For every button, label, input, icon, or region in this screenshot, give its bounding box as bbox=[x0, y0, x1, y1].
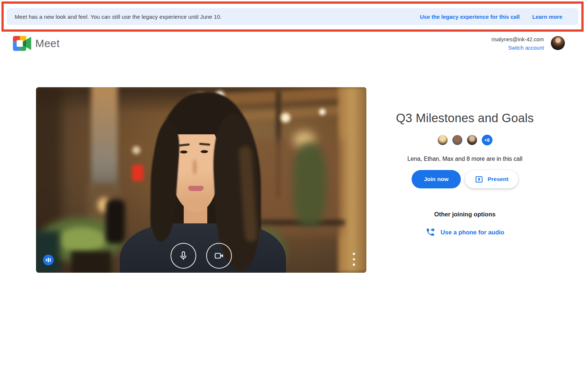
phone-audio-link[interactable]: Use a phone for audio bbox=[426, 227, 504, 237]
brand: Meet bbox=[12, 35, 60, 52]
meeting-panel: Q3 Milestones and Goals +8 Lena, Ethan, … bbox=[382, 111, 548, 237]
participant-avatar-max bbox=[467, 135, 477, 145]
person-sweater bbox=[120, 223, 286, 273]
participant-avatar-ethan bbox=[452, 135, 462, 145]
teal-corner bbox=[36, 231, 60, 273]
person-lips bbox=[188, 186, 204, 191]
phone-audio-label: Use a phone for audio bbox=[441, 229, 504, 236]
hanging-plants bbox=[293, 142, 326, 227]
join-now-button[interactable]: Join now bbox=[412, 170, 460, 188]
participant-facepile: +8 bbox=[438, 135, 492, 145]
phone-forwarded-icon bbox=[426, 227, 435, 237]
person-eye-right bbox=[201, 150, 208, 153]
banner-links: Use the legacy experience for this call … bbox=[420, 14, 563, 20]
app-name: Meet bbox=[35, 38, 60, 50]
legacy-experience-link[interactable]: Use the legacy experience for this call bbox=[420, 14, 520, 20]
bokeh-light bbox=[281, 113, 290, 123]
dot bbox=[353, 253, 355, 255]
switch-account-link[interactable]: Switch account bbox=[491, 44, 544, 52]
banner-message: Meet has a new look and feel. You can st… bbox=[15, 14, 222, 20]
dot bbox=[353, 263, 355, 266]
present-button-label: Present bbox=[488, 176, 509, 183]
camera-preview bbox=[36, 87, 366, 273]
plant-pot bbox=[71, 251, 111, 273]
dark-figure bbox=[106, 199, 125, 244]
meeting-title: Q3 Milestones and Goals bbox=[396, 111, 534, 125]
more-options-button[interactable] bbox=[351, 253, 357, 266]
bokeh-light bbox=[132, 146, 140, 154]
plant-left-bright bbox=[58, 227, 106, 253]
present-button[interactable]: Present bbox=[465, 170, 518, 188]
account-email: risalynes@ink-42.com bbox=[491, 35, 544, 44]
new-look-banner: Meet has a new look and feel. You can st… bbox=[7, 8, 578, 25]
pillar-left bbox=[91, 87, 118, 194]
dot bbox=[353, 258, 355, 261]
equalizer-bar bbox=[46, 259, 47, 261]
red-light bbox=[132, 164, 144, 181]
equalizer-bar bbox=[50, 258, 51, 262]
audio-level-indicator bbox=[43, 255, 54, 265]
present-upload-icon bbox=[474, 175, 484, 184]
learn-more-link[interactable]: Learn more bbox=[532, 14, 562, 20]
videocam-icon bbox=[214, 250, 225, 261]
extra-participants-badge: +8 bbox=[482, 135, 492, 145]
pillar-right bbox=[338, 87, 366, 273]
person-eye-left bbox=[180, 151, 187, 153]
mic-toggle-button[interactable] bbox=[171, 243, 196, 269]
equalizer-bar bbox=[48, 258, 49, 262]
bokeh-light bbox=[319, 109, 326, 115]
participants-summary: Lena, Ethan, Max and 8 more are in this … bbox=[407, 156, 522, 162]
microphone-icon bbox=[178, 250, 189, 261]
other-joining-options-heading: Other joining options bbox=[434, 211, 496, 218]
account-avatar[interactable] bbox=[551, 36, 565, 50]
participant-avatar-lena bbox=[438, 135, 448, 145]
account-info: risalynes@ink-42.com Switch account bbox=[491, 35, 544, 52]
google-meet-logo-icon bbox=[12, 35, 32, 52]
join-actions: Join now Present bbox=[412, 170, 518, 188]
person-nose-shadow bbox=[193, 159, 197, 175]
camera-toggle-button[interactable] bbox=[206, 243, 232, 269]
